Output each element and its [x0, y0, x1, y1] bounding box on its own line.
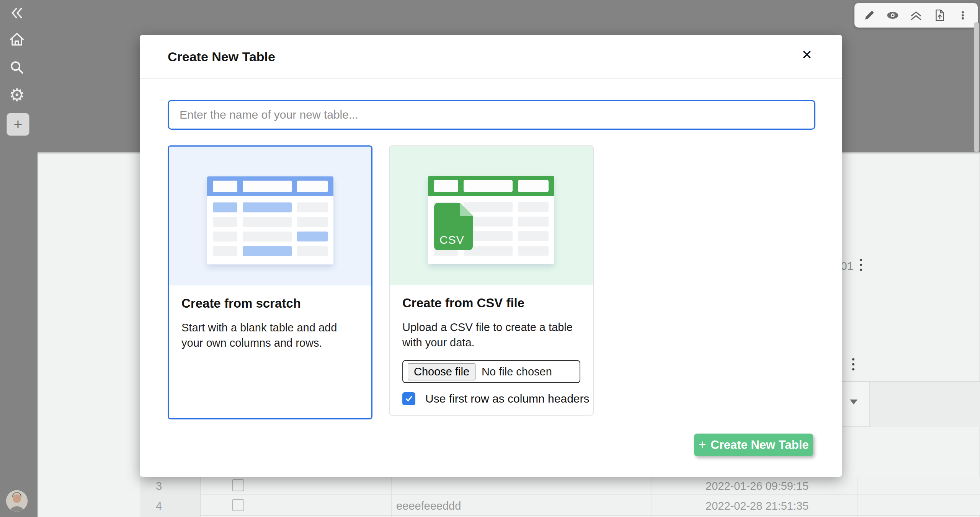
app-screen: 01 3 4 eeeefeeeddd 2022-01-26 09:59:15 2… [0, 0, 980, 517]
user-avatar[interactable] [6, 490, 28, 512]
create-new-table-button[interactable]: + Create New Table [694, 434, 813, 456]
edit-pencil-icon[interactable] [863, 9, 876, 22]
option-title: Create from CSV file [402, 296, 580, 310]
row-checkbox[interactable] [232, 499, 244, 511]
table-name-input[interactable] [168, 100, 815, 130]
view-toolbar [854, 3, 978, 28]
column-divider [652, 477, 652, 517]
column-divider [391, 477, 392, 517]
collapse-sidebar-icon[interactable] [9, 6, 24, 20]
option-description: Start with a blank table and add your ow… [181, 320, 359, 351]
row-number: 4 [151, 500, 167, 512]
first-row-headers-option: Use first row as column headers [402, 392, 580, 405]
view-kebab-menu-icon[interactable] [852, 358, 854, 370]
cell-created-on[interactable]: 2022-02-28 21:51:35 [706, 500, 808, 512]
option-create-from-scratch[interactable]: Create from scratch Start with a blank t… [168, 145, 372, 419]
column-kebab-menu-icon[interactable] [860, 259, 862, 271]
file-status-text: No file chosen [482, 365, 552, 378]
cell-created-on[interactable]: 2022-01-26 09:59:15 [706, 480, 808, 493]
file-upload-icon[interactable] [933, 9, 946, 22]
option-create-from-csv[interactable]: CSV Create from CSV file Upload a CSV fi… [389, 145, 594, 416]
column-divider [858, 477, 858, 517]
row-number-column: 3 4 [140, 477, 201, 517]
table-row [140, 477, 980, 494]
plus-icon: + [13, 117, 22, 132]
row-number: 3 [151, 480, 167, 493]
modal-header: Create New Table ✕ [140, 35, 842, 79]
preview-eye-icon[interactable] [886, 9, 899, 22]
row-checkbox[interactable] [232, 479, 244, 491]
csv-badge: CSV [439, 233, 464, 246]
table-graphic [207, 176, 333, 264]
option-title: Create from scratch [181, 296, 359, 311]
grid-header-cell [842, 382, 870, 427]
checkbox-label: Use first row as column headers [425, 392, 590, 405]
collapse-up-icon[interactable] [910, 9, 923, 22]
partial-column-text: 01 [841, 259, 853, 272]
csv-file-input[interactable]: Choose file No file chosen [402, 360, 580, 383]
more-kebab-icon[interactable] [956, 9, 969, 22]
option-description: Upload a CSV file to create a table with… [402, 320, 580, 350]
plus-icon: + [699, 438, 706, 451]
scratch-illustration [169, 147, 371, 285]
settings-gear-icon[interactable]: ⚙ [7, 85, 27, 105]
table-row [140, 495, 980, 515]
grid-header-strip [842, 381, 980, 427]
search-icon[interactable] [9, 60, 24, 75]
column-dropdown-icon[interactable] [850, 400, 858, 404]
modal-title: Create New Table [168, 49, 275, 64]
cell-value[interactable]: eeeefeeeddd [396, 500, 461, 512]
add-item-button[interactable]: + [7, 113, 29, 136]
create-new-table-modal: Create New Table ✕ [140, 35, 842, 477]
row-divider [140, 515, 980, 516]
close-icon[interactable]: ✕ [802, 47, 813, 62]
home-icon[interactable] [8, 31, 25, 47]
vertical-scrollbar[interactable] [974, 22, 979, 152]
csv-illustration: CSV [390, 146, 593, 285]
first-row-headers-checkbox[interactable] [402, 392, 415, 405]
choose-file-button[interactable]: Choose file [408, 363, 475, 380]
